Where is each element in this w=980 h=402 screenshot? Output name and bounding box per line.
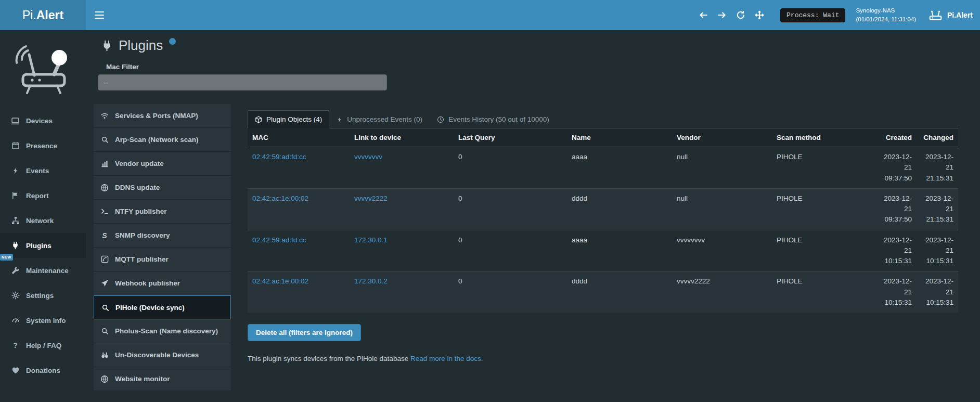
plugin-item-website-monitor[interactable]: Website monitor [94, 367, 231, 391]
plugin-item-arp-scan[interactable]: Arp-Scan (Network scan) [94, 128, 231, 152]
gear-icon [10, 291, 20, 300]
table-header-row: MAC Link to device Last Query Name Vendo… [248, 128, 958, 147]
plugin-menu: Services & Ports (NMAP) Arp-Scan (Networ… [94, 104, 231, 391]
plugin-item-label: Vendor update [115, 160, 164, 167]
device-link[interactable]: 172.30.0.1 [354, 236, 388, 244]
plugin-item-snmp[interactable]: S SNMP discovery [94, 224, 231, 248]
sidebar: Devices Presence Events Report Network P… [0, 30, 86, 402]
sidebar-item-plugins[interactable]: Plugins [0, 233, 86, 258]
plugin-item-label: Pholus-Scan (Name discovery) [115, 327, 218, 335]
gauge-icon [10, 316, 20, 325]
mqtt-icon [100, 255, 109, 263]
question-icon: ? [10, 341, 20, 349]
cell-created: 2023-12-21 10:15:31 [872, 271, 917, 313]
sidebar-item-label: Settings [26, 292, 54, 300]
plugin-item-label: MQTT publisher [115, 255, 169, 263]
plugin-item-mqtt[interactable]: MQTT publisher [94, 248, 231, 271]
plugin-content: Plugin Objects (4) Unprocessed Events (0… [248, 110, 958, 362]
cell-created: 2023-12-21 09:37:50 [872, 147, 917, 189]
cell-name: dddd [567, 188, 672, 230]
refresh-icon[interactable] [731, 0, 750, 30]
arrow-left-icon[interactable] [694, 0, 713, 30]
device-link[interactable]: vvvvvvvv [354, 153, 382, 161]
terminal-icon [100, 208, 109, 215]
sidebar-item-events[interactable]: Events [0, 158, 86, 183]
plugin-item-pholus[interactable]: Pholus-Scan (Name discovery) [94, 319, 231, 343]
host-name: Synology-NAS [856, 6, 916, 15]
sidebar-item-help-faq[interactable]: ? Help / FAQ [0, 333, 86, 358]
delete-all-button[interactable]: Delete all (filters are ignored) [248, 324, 361, 341]
cell-mac: 02:42:59:ad:fd:cc [248, 147, 350, 189]
cell-last-query: 0 [454, 271, 567, 313]
sidebar-item-maintenance[interactable]: NEW Maintenance [0, 258, 86, 283]
table-row: 02:42:ac:1e:00:02 172.30.0.2 0 dddd vvvv… [248, 271, 958, 313]
brand-logo[interactable]: Pi.Alert [0, 0, 86, 30]
mac-link[interactable]: 02:42:ac:1e:00:02 [252, 277, 308, 285]
plug-icon [10, 241, 20, 250]
search-icon [100, 136, 109, 144]
cell-link: vvvvvvvv [350, 147, 454, 189]
cell-changed: 2023-12-21 21:15:31 [917, 147, 958, 189]
plugin-item-ddns-update[interactable]: DDNS update [94, 176, 231, 200]
device-link[interactable]: 172.30.0.2 [354, 277, 388, 285]
cell-name: aaaa [567, 147, 672, 189]
plugin-item-pihole[interactable]: PiHole (Device sync) [94, 295, 231, 319]
sidebar-item-system-info[interactable]: System info [0, 308, 86, 333]
mac-link[interactable]: 02:42:59:ad:fd:cc [252, 153, 306, 161]
plugins-content-row: Services & Ports (NMAP) Arp-Scan (Networ… [86, 104, 980, 391]
sidebar-item-label: Devices [26, 117, 53, 125]
globe-icon [100, 375, 109, 383]
sidebar-item-label: Maintenance [26, 267, 69, 275]
device-link[interactable]: vvvvv2222 [354, 194, 388, 202]
mac-filter-input[interactable] [98, 74, 387, 90]
cell-link: vvvvv2222 [350, 188, 454, 230]
cell-created: 2023-12-21 09:37:50 [872, 188, 917, 230]
host-info: Synology-NAS (01/01/2024, 11:31:04) [856, 6, 916, 24]
plugin-item-undiscoverable[interactable]: Un-Discoverable Devices [94, 343, 231, 367]
plugin-item-webhook[interactable]: Webhook publisher [94, 271, 231, 295]
plugin-objects-table: MAC Link to device Last Query Name Vendo… [248, 128, 958, 313]
tab-label: Unprocessed Events (0) [347, 115, 422, 123]
plugin-item-nmap[interactable]: Services & Ports (NMAP) [94, 104, 231, 128]
mac-link[interactable]: 02:42:ac:1e:00:02 [252, 194, 308, 202]
sidebar-item-devices[interactable]: Devices [0, 108, 86, 133]
cell-name: aaaa [567, 230, 672, 271]
mac-filter-label: Mac Filter [106, 63, 980, 71]
col-last-query: Last Query [454, 128, 567, 147]
sidebar-item-label: Help / FAQ [26, 342, 61, 349]
top-header: Pi.Alert Process: Wait Synology-NAS (01/… [0, 0, 980, 30]
sidebar-item-settings[interactable]: Settings [0, 283, 86, 308]
arrow-right-icon[interactable] [713, 0, 731, 30]
cell-last-query: 0 [454, 188, 567, 230]
docs-link[interactable]: Read more in the docs. [410, 355, 483, 362]
sidebar-item-report[interactable]: Report [0, 183, 86, 208]
tab-label: Plugin Objects (4) [266, 115, 322, 123]
sidebar-toggle-icon[interactable] [86, 0, 113, 30]
bolt-icon [10, 166, 20, 175]
cell-changed: 2023-12-21 10:15:31 [917, 230, 958, 271]
tab-unprocessed-events[interactable]: Unprocessed Events (0) [329, 110, 430, 128]
header-right-group: Process: Wait Synology-NAS (01/01/2024, … [694, 0, 980, 30]
plugin-item-label: Webhook publisher [115, 279, 180, 287]
plugin-item-ntfy[interactable]: NTFY publisher [94, 200, 231, 224]
process-status-badge: Process: Wait [780, 8, 845, 22]
cell-scan-method: PIHOLE [772, 230, 872, 271]
tab-events-history[interactable]: Events History (50 out of 10000) [430, 110, 557, 128]
new-badge: NEW [0, 254, 13, 261]
info-badge[interactable] [169, 38, 176, 45]
plugin-item-vendor-update[interactable]: Vendor update [94, 152, 231, 176]
sidebar-item-donations[interactable]: Donations [0, 358, 86, 383]
paper-plane-icon [100, 279, 109, 287]
host-time: (01/01/2024, 11:31:04) [856, 15, 916, 24]
cell-name: dddd [567, 271, 672, 313]
sidebar-item-label: System info [26, 317, 66, 325]
sidebar-item-presence[interactable]: Presence [0, 133, 86, 158]
move-icon[interactable] [750, 0, 769, 30]
plug-icon [101, 40, 112, 51]
mac-link[interactable]: 02:42:59:ad:fd:cc [252, 236, 306, 244]
cell-vendor: null [672, 147, 772, 189]
tab-plugin-objects[interactable]: Plugin Objects (4) [248, 110, 329, 128]
app-menu[interactable]: Pi.Alert [929, 9, 973, 21]
binoculars-icon [100, 351, 109, 359]
sidebar-item-network[interactable]: Network [0, 208, 86, 233]
